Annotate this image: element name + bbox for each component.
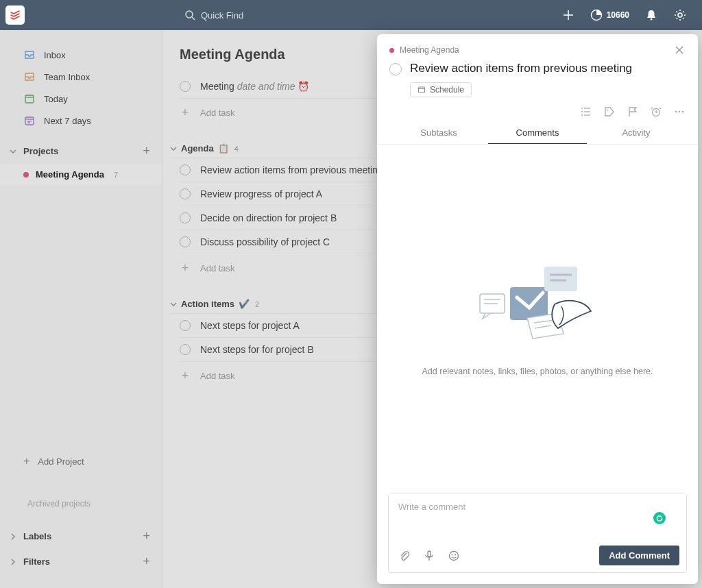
add-comment-button[interactable]: Add Comment bbox=[599, 546, 679, 565]
comment-input[interactable] bbox=[389, 493, 686, 539]
close-icon[interactable] bbox=[673, 44, 686, 56]
calendar-icon bbox=[417, 86, 426, 94]
task-checkbox[interactable] bbox=[389, 63, 402, 75]
project-dot-icon bbox=[389, 48, 394, 53]
tab-subtasks[interactable]: Subtasks bbox=[389, 122, 488, 144]
topbar: 10660 bbox=[0, 0, 702, 30]
karma-indicator[interactable]: 10660 bbox=[590, 9, 629, 21]
comments-empty-state: Add relevant notes, links, files, photos… bbox=[377, 145, 698, 493]
more-icon[interactable] bbox=[673, 106, 686, 118]
list-icon[interactable] bbox=[580, 106, 592, 118]
svg-rect-37 bbox=[428, 551, 431, 556]
main-area: Inbox Team Inbox Today Next 7 days Proje… bbox=[0, 30, 702, 588]
app-logo[interactable] bbox=[0, 0, 30, 30]
karma-icon bbox=[590, 9, 603, 21]
breadcrumb-label[interactable]: Meeting Agenda bbox=[400, 45, 459, 55]
flag-icon[interactable] bbox=[627, 106, 639, 118]
svg-rect-15 bbox=[419, 87, 425, 93]
todoist-logo-icon bbox=[5, 5, 25, 25]
svg-point-23 bbox=[607, 110, 609, 111]
breadcrumb: Meeting Agenda bbox=[389, 44, 686, 56]
grammarly-icon[interactable] bbox=[653, 512, 666, 524]
search-input[interactable] bbox=[201, 10, 338, 21]
empty-text: Add relevant notes, links, files, photos… bbox=[422, 365, 653, 378]
panel-header: Meeting Agenda Review action items from … bbox=[377, 34, 698, 100]
svg-point-27 bbox=[682, 111, 684, 113]
empty-illustration bbox=[476, 260, 599, 356]
schedule-button[interactable]: Schedule bbox=[410, 82, 472, 97]
attachment-icon[interactable] bbox=[398, 550, 411, 562]
svg-point-25 bbox=[675, 111, 677, 113]
notifications-icon[interactable] bbox=[644, 8, 658, 22]
reminder-icon[interactable] bbox=[650, 106, 662, 118]
karma-count: 10660 bbox=[607, 10, 629, 20]
svg-point-21 bbox=[581, 114, 583, 116]
label-icon[interactable] bbox=[603, 106, 616, 118]
emoji-icon[interactable] bbox=[448, 550, 460, 562]
task-title[interactable]: Review action items from previous meetin… bbox=[410, 62, 632, 75]
svg-line-1 bbox=[192, 17, 195, 20]
task-actions bbox=[377, 100, 698, 122]
settings-icon[interactable] bbox=[673, 8, 687, 22]
comment-box: Add Comment bbox=[388, 493, 687, 573]
svg-point-6 bbox=[678, 13, 682, 17]
svg-rect-29 bbox=[544, 267, 577, 291]
panel-tabs: Subtasks Comments Activity bbox=[377, 122, 698, 145]
quick-add-icon[interactable] bbox=[561, 8, 575, 22]
svg-point-17 bbox=[581, 108, 583, 109]
microphone-icon[interactable] bbox=[423, 550, 435, 562]
topbar-actions: 10660 bbox=[561, 8, 702, 22]
svg-point-26 bbox=[679, 111, 681, 113]
task-title-row: Review action items from previous meetin… bbox=[389, 56, 686, 82]
svg-point-0 bbox=[186, 11, 193, 18]
tab-comments[interactable]: Comments bbox=[488, 122, 587, 144]
svg-point-39 bbox=[452, 554, 453, 555]
search-field[interactable] bbox=[184, 10, 376, 21]
svg-point-38 bbox=[450, 551, 459, 560]
svg-point-40 bbox=[455, 554, 457, 555]
schedule-label: Schedule bbox=[430, 85, 464, 95]
comment-toolbar: Add Comment bbox=[389, 541, 686, 572]
search-icon bbox=[184, 10, 195, 21]
svg-point-19 bbox=[581, 111, 583, 112]
task-detail-panel: Meeting Agenda Review action items from … bbox=[377, 34, 698, 584]
tab-activity[interactable]: Activity bbox=[587, 122, 686, 144]
svg-point-5 bbox=[651, 19, 653, 21]
